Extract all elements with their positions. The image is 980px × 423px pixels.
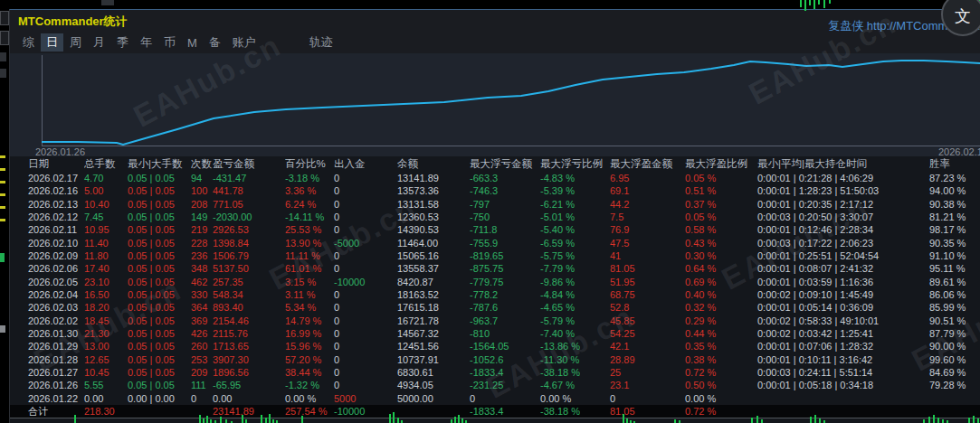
cell-pct: 25.53 % [285,224,334,235]
column-header-fprofit[interactable]: 最大浮盈金额 [610,157,685,171]
column-header-floss_pct[interactable]: 最大浮亏比例 [540,157,610,171]
cell-pct: 6.24 % [285,199,334,210]
cell-date: 2026.02.11 [28,224,84,235]
cell-pct: 3.36 % [285,185,334,196]
table-row[interactable]: 2026.02.0911.800.05 | 0.052361506.7911.1… [10,249,980,262]
cell-balance: 12360.53 [397,212,470,222]
cell-count: 219 [191,224,213,235]
table-row[interactable]: 2026.02.127.450.05 | 0.05149-2030.00-14.… [10,211,980,223]
table-row[interactable]: 2026.01.2812.650.05 | 0.052533907.3057.2… [10,353,980,366]
cell-floss_pct: 0.00 % [540,393,610,404]
table-row[interactable]: 2026.02.0617.400.05 | 0.053485137.5061.0… [10,262,980,275]
column-header-balance[interactable]: 余额 [397,157,470,171]
activity-bar [261,415,262,423]
cell-balance: 14390.53 [397,224,470,235]
cell-fprofit: 44.2 [610,199,685,210]
column-header-inout[interactable]: 出入金 [334,157,397,171]
cell-count: 209 [191,367,213,378]
table-row[interactable]: 2026.02.0318.200.05 | 0.05364893.405.34 … [10,301,980,314]
menu-tab-季[interactable]: 季 [111,33,134,52]
table-row[interactable]: 2026.01.2710.450.05 | 0.052091896.5638.4… [10,366,980,379]
column-header-winrate[interactable]: 胜率 [929,157,980,171]
column-header-pnl[interactable]: 盈亏金额 [213,157,285,171]
table-row[interactable]: 2026.01.3021.300.05 | 0.054262115.7616.9… [10,327,980,340]
activity-bar [269,414,271,423]
cell-time: 0:00:01 | 0:12:46 | 2:28:34 [757,224,929,235]
activity-bar [756,416,758,423]
background-window-fragment [0,69,6,78]
menu-bar: 综日周月季年币M备账户轨迹 [10,32,980,53]
cell-minmax: 0.05 | 0.05 [128,173,191,183]
menu-tab-M[interactable]: M [182,35,203,51]
table-row[interactable]: 2026.02.0416.500.05 | 0.05330548.343.11 … [10,288,980,301]
column-header-minmax[interactable]: 最小|大手数 [128,157,191,171]
menu-tab-年[interactable]: 年 [135,33,157,52]
cell-balance: 15065.16 [397,250,470,261]
background-window-fragment [0,206,5,209]
table-row[interactable]: 2026.02.165.000.05 | 0.05100441.783.36 %… [10,184,980,197]
column-header-fprofit_pct[interactable]: 最大浮盈比例 [685,157,757,171]
column-header-floss[interactable]: 最大浮亏金额 [470,157,540,171]
cell-balance: 11464.00 [397,238,470,249]
cell-count: 253 [191,354,213,365]
table-row[interactable]: 2026.02.1011.400.05 | 0.052281398.8413.9… [10,237,980,249]
cell-balance: 5000.00 [397,393,470,404]
cell-lots: 10.45 [84,367,128,378]
table-row[interactable]: 2026.02.1310.400.05 | 0.05208771.056.24 … [10,198,980,211]
table-total-row[interactable]: 合计218.3023141.89257.54 %-10000-1833.4-38… [10,405,980,418]
menu-tab-月[interactable]: 月 [88,33,110,52]
cell-floss: -746.3 [470,185,540,196]
cell-inout: 0 [334,173,397,183]
table-row[interactable]: 2026.01.265.550.05 | 0.05111-65.95-1.32 … [10,379,980,391]
activity-bar [937,418,939,423]
cell-floss_pct: -4.67 % [540,380,610,390]
table-row[interactable]: 2026.02.0218.450.05 | 0.053692154.4614.7… [10,315,980,327]
equity-chart [42,55,980,146]
cell-floss_pct: -11.30 % [540,354,610,365]
cell-count: 228 [191,238,213,249]
cell-count: 149 [191,212,213,222]
column-header-time[interactable]: 最小|平均|最大持仓时间 [757,157,929,171]
activity-bar [810,417,812,423]
menu-tab-账户[interactable]: 账户 [227,33,262,52]
cell-pnl: 441.78 [213,185,285,196]
menu-tab-综[interactable]: 综 [17,33,40,52]
activity-bar [74,415,76,423]
table-row[interactable]: 2026.01.220.000.00 | 0.0000.000.00 %5000… [10,392,980,405]
menu-tab-币[interactable]: 币 [158,33,181,52]
table-row[interactable]: 2026.02.174.700.05 | 0.0594-431.47-3.18 … [10,172,980,184]
activity-bar [454,417,456,423]
cell-lots: 18.20 [84,302,128,313]
cell-floss: -231.25 [470,380,540,390]
cell-floss: -819.65 [470,250,540,261]
cell-inout: 0 [334,289,397,300]
cell-fprofit_pct: 0.69 % [685,277,757,287]
cell-floss_pct: -5.75 % [540,250,610,261]
cell-pct: -3.18 % [285,173,334,183]
activity-bar [265,418,267,423]
table-row[interactable]: 2026.01.2913.000.05 | 0.052601713.6515.9… [10,340,980,352]
cell-count: 0 [191,393,213,404]
menu-tab-周[interactable]: 周 [64,33,87,52]
cell-pnl: 893.40 [213,302,285,313]
column-header-lots[interactable]: 总手数 [84,157,128,171]
column-header-count[interactable]: 次数 [191,157,213,171]
table-row[interactable]: 2026.02.1110.950.05 | 0.052192926.5325.5… [10,223,980,236]
menu-tab-轨迹[interactable]: 轨迹 [304,33,338,52]
cell-time: 0:00:03 | 0:20:50 | 3:30:07 [757,212,929,222]
cell-minmax: 0.05 | 0.05 [128,277,191,287]
cell-pnl: 0.00 [213,393,285,404]
cell-inout: 0 [334,354,397,365]
cell-floss_pct: -38.18 % [540,406,610,417]
menu-tab-日[interactable]: 日 [41,33,63,52]
menu-tab-备[interactable]: 备 [204,33,226,52]
cell-floss: -1052.6 [470,354,540,365]
table-row[interactable]: 2026.02.0523.100.05 | 0.05462257.353.15 … [10,276,980,288]
activity-bar [968,418,970,423]
activity-bar [225,419,227,423]
background-tick [809,0,811,5]
column-header-pct[interactable]: 百分比% [285,157,334,171]
cell-minmax: 0.05 | 0.05 [128,263,191,274]
column-header-date[interactable]: 日期 [28,157,84,171]
cell-lots: 13.00 [84,341,128,352]
